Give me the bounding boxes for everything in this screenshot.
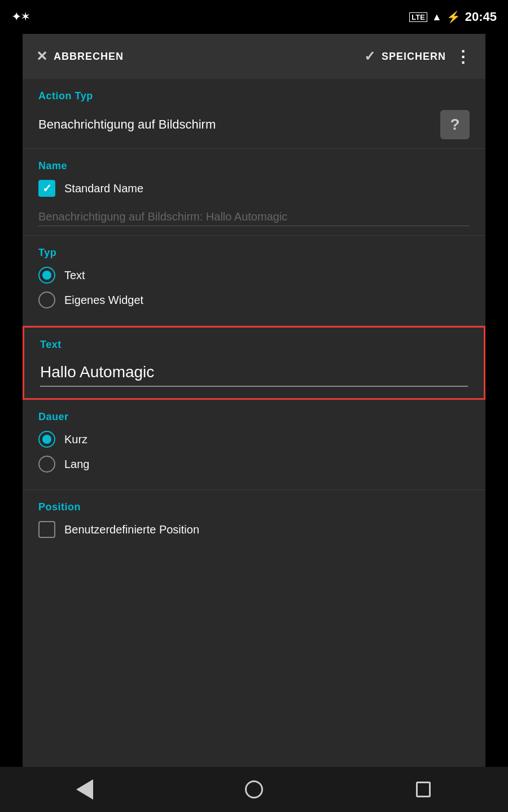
- save-button[interactable]: ✓ SPEICHERN: [364, 48, 446, 64]
- dauer-kurz-row[interactable]: Kurz: [38, 431, 470, 448]
- save-icon: ✓: [364, 48, 376, 64]
- name-placeholder-text: Benachrichtigung auf Bildschirm: Hallo A…: [38, 206, 470, 226]
- typ-widget-label: Eigenes Widget: [64, 294, 143, 307]
- standard-name-row: ✓ Standard Name: [38, 180, 470, 197]
- status-bar: ✦✶ LTE ▲ ⚡ 20:45: [0, 0, 508, 34]
- app-container: ✕ ABBRECHEN ✓ SPEICHERN ⋮ Action Typ Ben…: [23, 34, 485, 767]
- dauer-lang-label: Lang: [64, 458, 90, 471]
- typ-text-row[interactable]: Text: [38, 267, 470, 284]
- status-right: LTE ▲ ⚡ 20:45: [409, 10, 497, 24]
- nav-home-button[interactable]: [237, 773, 271, 806]
- toolbar-right: ✓ SPEICHERN ⋮: [364, 47, 472, 66]
- clock: 20:45: [465, 10, 497, 24]
- text-input[interactable]: Hallo Automagic: [40, 359, 468, 387]
- lte-badge: LTE: [409, 12, 427, 22]
- typ-text-radio-inner: [42, 271, 51, 280]
- toolbar: ✕ ABBRECHEN ✓ SPEICHERN ⋮: [23, 34, 485, 79]
- more-options-button[interactable]: ⋮: [455, 47, 472, 66]
- nav-back-button[interactable]: [68, 773, 102, 806]
- standard-name-label: Standard Name: [64, 182, 143, 195]
- status-left: ✦✶: [11, 10, 29, 24]
- help-button[interactable]: ?: [440, 110, 470, 139]
- position-section: Position Benutzerdefinierte Position: [23, 490, 485, 556]
- name-label: Name: [38, 160, 470, 172]
- magic-wand-icon: ✦✶: [11, 10, 29, 24]
- help-icon: ?: [450, 116, 459, 134]
- cancel-button[interactable]: ✕ ABBRECHEN: [36, 48, 124, 64]
- typ-widget-row[interactable]: Eigenes Widget: [38, 292, 470, 308]
- toolbar-left: ✕ ABBRECHEN: [36, 48, 124, 64]
- cancel-label: ABBRECHEN: [54, 51, 124, 63]
- dauer-label: Dauer: [38, 411, 470, 423]
- action-typ-label: Action Typ: [38, 90, 470, 102]
- position-checkbox-row: Benutzerdefinierte Position: [38, 521, 470, 538]
- battery-icon: ⚡: [446, 10, 461, 24]
- cancel-icon: ✕: [36, 48, 48, 64]
- dauer-lang-row[interactable]: Lang: [38, 456, 470, 473]
- dauer-lang-radio[interactable]: [38, 456, 55, 473]
- signal-icon: ▲: [432, 11, 442, 23]
- dauer-section: Dauer Kurz Lang: [23, 400, 485, 490]
- dauer-kurz-label: Kurz: [64, 433, 87, 446]
- typ-label: Typ: [38, 247, 470, 259]
- checkbox-check-icon: ✓: [42, 182, 52, 195]
- recent-apps-icon: [416, 782, 431, 797]
- typ-section: Typ Text Eigenes Widget: [23, 236, 485, 326]
- typ-widget-radio[interactable]: [38, 292, 55, 308]
- save-label: SPEICHERN: [382, 51, 446, 63]
- text-section-label: Text: [40, 339, 468, 351]
- typ-text-radio[interactable]: [38, 267, 55, 284]
- bottom-navigation: [0, 767, 508, 812]
- text-section: Text Hallo Automagic: [23, 326, 485, 400]
- nav-recent-button[interactable]: [406, 773, 440, 806]
- action-typ-section: Action Typ Benachrichtigung auf Bildschi…: [23, 79, 485, 149]
- back-icon: [76, 779, 93, 800]
- position-checkbox-label: Benutzerdefinierte Position: [64, 523, 199, 536]
- action-typ-value: Benachrichtigung auf Bildschirm: [38, 117, 216, 132]
- action-typ-row: Benachrichtigung auf Bildschirm ?: [38, 110, 470, 139]
- standard-name-checkbox[interactable]: ✓: [38, 180, 55, 197]
- home-icon: [245, 780, 263, 798]
- typ-text-label: Text: [64, 269, 85, 282]
- dauer-kurz-radio-inner: [42, 435, 51, 444]
- name-section: Name ✓ Standard Name Benachrichtigung au…: [23, 149, 485, 236]
- dauer-kurz-radio[interactable]: [38, 431, 55, 448]
- position-label: Position: [38, 501, 470, 513]
- position-checkbox[interactable]: [38, 521, 55, 538]
